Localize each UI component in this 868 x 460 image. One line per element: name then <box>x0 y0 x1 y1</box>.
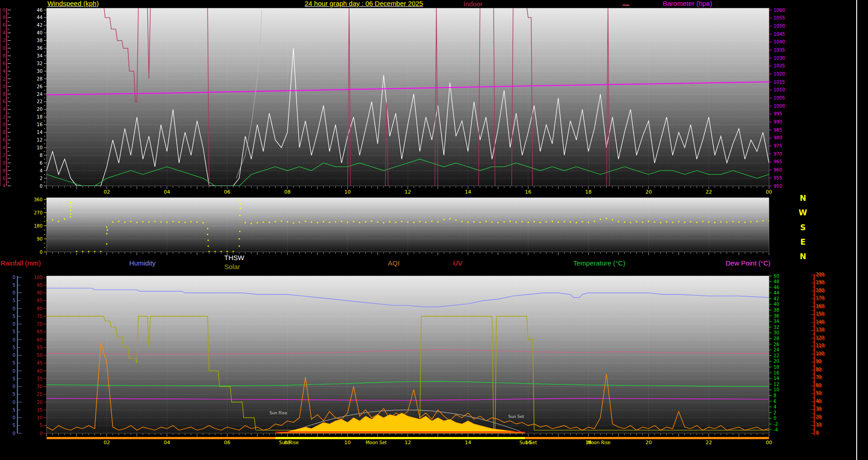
svg-text:0: 0 <box>13 415 15 420</box>
svg-text:985: 985 <box>774 128 782 133</box>
svg-text:4: 4 <box>3 30 5 35</box>
svg-text:28: 28 <box>37 76 42 81</box>
svg-text:70: 70 <box>816 375 822 380</box>
svg-text:2: 2 <box>3 114 5 119</box>
svg-text:20: 20 <box>646 189 652 195</box>
svg-text:18: 18 <box>774 365 779 370</box>
svg-text:1035: 1035 <box>774 47 785 52</box>
svg-text:4: 4 <box>3 145 5 150</box>
svg-text:38: 38 <box>37 38 42 43</box>
svg-text:46: 46 <box>774 285 779 290</box>
svg-text:44: 44 <box>774 290 779 295</box>
svg-text:50: 50 <box>816 391 822 396</box>
svg-text:5: 5 <box>13 314 15 319</box>
svg-text:0: 0 <box>3 84 5 89</box>
svg-text:10: 10 <box>37 415 42 420</box>
svg-text:46: 46 <box>37 8 42 13</box>
svg-text:1000: 1000 <box>774 104 785 109</box>
svg-text:960: 960 <box>774 167 782 172</box>
svg-text:8: 8 <box>3 130 5 135</box>
svg-text:42: 42 <box>774 296 779 301</box>
svg-text:1040: 1040 <box>774 39 785 44</box>
svg-text:50: 50 <box>37 353 42 358</box>
svg-text:Moon Rise: Moon Rise <box>587 440 610 445</box>
svg-text:6: 6 <box>3 99 5 104</box>
svg-text:0: 0 <box>13 431 15 436</box>
svg-text:10: 10 <box>37 145 42 150</box>
svg-text:0: 0 <box>13 353 15 358</box>
svg-text:26: 26 <box>37 84 42 89</box>
svg-text:W: W <box>799 208 807 217</box>
weather-24h-graph-screen: Windspeed (kph) 24 hour graph day : 06 D… <box>0 0 868 460</box>
svg-text:20: 20 <box>816 415 822 420</box>
svg-text:4: 4 <box>3 183 5 188</box>
svg-text:44: 44 <box>37 15 42 20</box>
svg-text:5: 5 <box>13 360 15 365</box>
svg-text:30: 30 <box>816 407 822 412</box>
svg-text:34: 34 <box>774 319 779 324</box>
svg-text:70: 70 <box>37 322 42 327</box>
svg-text:20: 20 <box>37 107 42 112</box>
svg-text:34: 34 <box>37 53 42 58</box>
svg-text:2: 2 <box>774 410 776 415</box>
svg-text:-4: -4 <box>774 427 778 432</box>
svg-text:120: 120 <box>816 336 825 341</box>
solar-uv-far-right-axis: 2002001901901801801701701601601501501401… <box>811 272 825 436</box>
svg-text:140: 140 <box>816 320 825 325</box>
svg-text:0: 0 <box>13 400 15 405</box>
svg-text:5: 5 <box>13 283 15 288</box>
svg-text:25: 25 <box>37 392 42 397</box>
svg-text:20: 20 <box>774 359 779 364</box>
svg-text:0: 0 <box>816 431 819 436</box>
svg-text:180: 180 <box>34 223 42 228</box>
svg-text:4: 4 <box>3 69 5 74</box>
windspeed-barometer-chart <box>47 6 769 190</box>
bottom-x-axis: 020406081012141618202200Sun RiseMoon Set… <box>47 434 772 446</box>
svg-text:30: 30 <box>774 330 779 335</box>
svg-text:16: 16 <box>774 370 779 375</box>
svg-text:32: 32 <box>37 61 42 66</box>
svg-text:6: 6 <box>40 161 42 166</box>
svg-text:1050: 1050 <box>774 24 785 28</box>
svg-text:6: 6 <box>3 176 5 181</box>
svg-text:N: N <box>800 252 806 261</box>
svg-text:150: 150 <box>816 312 825 317</box>
svg-text:85: 85 <box>37 298 42 303</box>
svg-text:0: 0 <box>13 369 15 374</box>
svg-text:90: 90 <box>37 237 42 242</box>
svg-text:E: E <box>800 237 806 247</box>
svg-text:5: 5 <box>13 376 15 381</box>
svg-text:8: 8 <box>3 53 5 58</box>
svg-text:40: 40 <box>37 30 42 35</box>
svg-text:1010: 1010 <box>774 87 785 92</box>
svg-text:0: 0 <box>774 416 776 421</box>
svg-text:N: N <box>800 194 806 203</box>
svg-text:0: 0 <box>3 8 5 13</box>
charts-canvas: 0246810121416182022242628303234363840424… <box>0 0 868 460</box>
svg-text:26: 26 <box>774 342 779 347</box>
svg-text:40: 40 <box>816 399 822 404</box>
svg-text:14: 14 <box>37 130 42 135</box>
svg-text:12: 12 <box>774 382 779 387</box>
top-x-axis: 020406081012141618202200 <box>47 186 772 195</box>
svg-text:0: 0 <box>3 161 5 166</box>
svg-text:60: 60 <box>816 384 822 389</box>
svg-text:80: 80 <box>816 368 822 373</box>
svg-text:S: S <box>800 223 806 232</box>
svg-text:18: 18 <box>585 189 592 195</box>
svg-text:6: 6 <box>774 399 776 404</box>
svg-text:110: 110 <box>816 344 825 349</box>
svg-text:Moon Set: Moon Set <box>366 440 387 445</box>
svg-text:5: 5 <box>13 423 15 428</box>
svg-text:2: 2 <box>3 153 5 158</box>
windspeed-left-axis: 0246810121416182022242628303234363840424… <box>37 8 47 189</box>
svg-text:22: 22 <box>706 440 712 446</box>
svg-text:24: 24 <box>774 347 779 352</box>
svg-text:35: 35 <box>37 376 42 381</box>
svg-text:4: 4 <box>3 107 5 112</box>
svg-text:200: 200 <box>816 273 825 278</box>
svg-text:30: 30 <box>37 69 42 74</box>
svg-text:8: 8 <box>774 393 776 398</box>
svg-text:40: 40 <box>37 369 42 374</box>
svg-text:5: 5 <box>13 329 15 334</box>
